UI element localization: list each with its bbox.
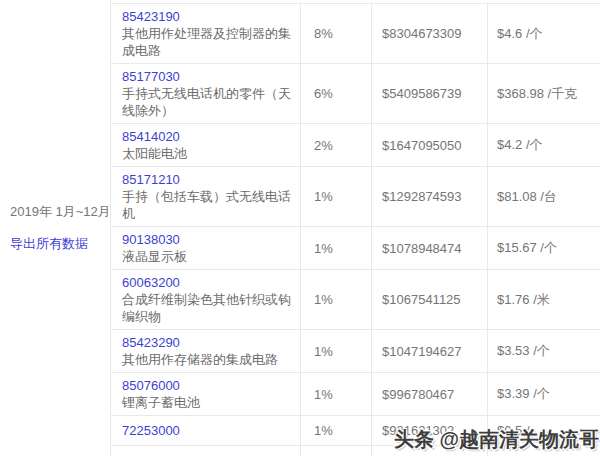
table-row: 60063200 合成纤维制染色其他针织或钩编织物 1% $1067541125… xyxy=(111,270,600,330)
hs-code-link[interactable]: 85177030 xyxy=(122,68,294,85)
product-cell: 85076000 锂离子蓄电池 xyxy=(111,373,301,415)
product-description: 锂离子蓄电池 xyxy=(122,394,294,411)
table-row: 85423190 其他用作处理器及控制器的集成电路 8% $8304673309… xyxy=(111,4,600,64)
unit-price-cell: $3.53 /个 xyxy=(488,330,600,372)
table-row: 85171210 手持（包括车载）式无线电话机 1% $1292874593 $… xyxy=(111,167,600,227)
share-percent-cell: 2% xyxy=(301,124,372,166)
hs-code-link[interactable]: 85171210 xyxy=(122,171,294,188)
share-percent-cell: 1% xyxy=(301,373,372,415)
share-percent-cell: 1% xyxy=(301,167,372,226)
trade-value-cell: $1067541125 xyxy=(372,270,488,329)
hs-code-link[interactable]: 60063200 xyxy=(122,274,294,291)
watermark-text: 头条 @越南清关物流哥 xyxy=(394,426,599,453)
share-percent-cell: 1% xyxy=(301,446,372,456)
unit-price-cell: $3.39 /个 xyxy=(488,373,600,415)
trade-data-table: 85423190 其他用作处理器及控制器的集成电路 8% $8304673309… xyxy=(111,3,600,456)
product-cell: 27101911 xyxy=(111,446,301,456)
unit-price-cell: $81.08 /台 xyxy=(488,167,600,226)
export-all-data-link[interactable]: 导出所有数据 xyxy=(10,235,88,253)
hs-code-link[interactable]: 85076000 xyxy=(122,377,294,394)
product-cell: 85423290 其他用作存储器的集成电路 xyxy=(111,330,301,372)
product-cell: 72253000 xyxy=(111,416,301,445)
share-percent-cell: 1% xyxy=(301,227,372,269)
trade-value-cell: $1292874593 xyxy=(372,167,488,226)
table-row: 85076000 锂离子蓄电池 1% $996780467 $3.39 /个 xyxy=(111,373,600,416)
share-percent-cell: 1% xyxy=(301,416,372,445)
table-row: 85414020 太阳能电池 2% $1647095050 $4.2 /个 xyxy=(111,124,600,167)
unit-price-cell: $15.67 /个 xyxy=(488,227,600,269)
trade-value-cell: $5409586739 xyxy=(372,64,488,123)
product-cell: 85423190 其他用作处理器及控制器的集成电路 xyxy=(111,4,301,63)
product-cell: 90138030 液晶显示板 xyxy=(111,227,301,269)
product-cell: 85177030 手持式无线电话机的零件（天线除外） xyxy=(111,64,301,123)
product-cell: 85414020 太阳能电池 xyxy=(111,124,301,166)
share-percent-cell: 1% xyxy=(301,270,372,329)
table-row: 90138030 液晶显示板 1% $1078948474 $15.67 /个 xyxy=(111,227,600,270)
hs-code-link[interactable]: 27101911 xyxy=(122,452,294,456)
product-description: 合成纤维制染色其他针织或钩编织物 xyxy=(122,291,294,325)
trade-value-cell: $1078948474 xyxy=(372,227,488,269)
table-row: 85177030 手持式无线电话机的零件（天线除外） 6% $540958673… xyxy=(111,64,600,124)
product-description: 其他用作处理器及控制器的集成电路 xyxy=(122,25,294,59)
period-label: 2019年 1月~12月 xyxy=(10,203,111,221)
trade-value-cell: $1047194627 xyxy=(372,330,488,372)
hs-code-link[interactable]: 85414020 xyxy=(122,128,294,145)
trade-value-cell: $1647095050 xyxy=(372,124,488,166)
sidebar: 2019年 1月~12月 导出所有数据 xyxy=(0,0,110,456)
hs-code-link[interactable]: 85423190 xyxy=(122,8,294,25)
product-cell: 60063200 合成纤维制染色其他针织或钩编织物 xyxy=(111,270,301,329)
product-description: 太阳能电池 xyxy=(122,145,294,162)
trade-value-cell: $8304673309 xyxy=(372,4,488,63)
hs-code-link[interactable]: 85423290 xyxy=(122,334,294,351)
product-description: 其他用作存储器的集成电路 xyxy=(122,351,294,368)
product-cell: 85171210 手持（包括车载）式无线电话机 xyxy=(111,167,301,226)
product-description: 液晶显示板 xyxy=(122,248,294,265)
share-percent-cell: 6% xyxy=(301,64,372,123)
product-description: 手持（包括车载）式无线电话机 xyxy=(122,188,294,222)
product-description: 手持式无线电话机的零件（天线除外） xyxy=(122,85,294,119)
hs-code-link[interactable]: 72253000 xyxy=(122,422,294,439)
table-row: 85423290 其他用作存储器的集成电路 1% $1047194627 $3.… xyxy=(111,330,600,373)
unit-price-cell: $1.76 /米 xyxy=(488,270,600,329)
hs-code-link[interactable]: 90138030 xyxy=(122,231,294,248)
share-percent-cell: 8% xyxy=(301,4,372,63)
unit-price-cell: $368.98 /千克 xyxy=(488,64,600,123)
share-percent-cell: 1% xyxy=(301,330,372,372)
unit-price-cell: $4.2 /个 xyxy=(488,124,600,166)
unit-price-cell: $4.6 /个 xyxy=(488,4,600,63)
trade-value-cell: $996780467 xyxy=(372,373,488,415)
